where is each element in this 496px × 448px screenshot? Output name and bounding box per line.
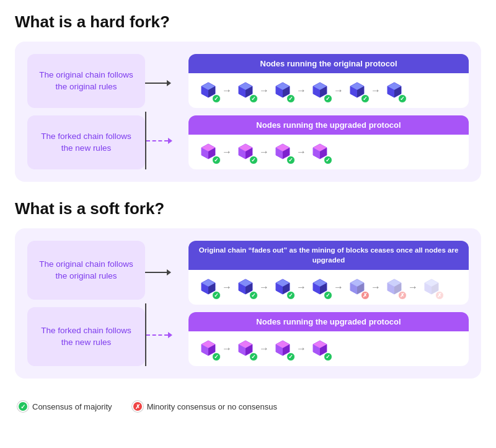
badge-green: ✓	[212, 291, 221, 300]
block: ✓	[309, 338, 331, 360]
badge-green: ✓	[286, 94, 295, 103]
arrow: →	[334, 282, 343, 293]
block: ✓	[272, 338, 294, 360]
badge-green: ✓	[286, 291, 295, 300]
arrow: →	[259, 343, 269, 354]
hard-fork-original-chain-blocks: ✓ → ✓ → ✓ → ✓	[188, 73, 469, 108]
block: ✓	[309, 141, 331, 163]
block: ✓	[234, 141, 257, 163]
block: ✓	[197, 141, 219, 163]
soft-fork-forked-chain: Nodes running the upgraded protocol ✓ → …	[188, 312, 469, 366]
legend-red-badge: ✗	[132, 401, 143, 412]
soft-fork-section: The original chain follows the original …	[15, 228, 481, 379]
hard-fork-diagram: The original chain follows the original …	[27, 54, 469, 169]
badge-green: ✓	[286, 156, 295, 164]
block: ✓	[309, 79, 331, 102]
arrow: →	[296, 343, 306, 354]
legend-green: ✓ Consensus of majority	[17, 401, 112, 412]
badge-red: ✗	[361, 291, 370, 300]
arrow: →	[296, 282, 306, 293]
block: ✓	[272, 79, 294, 102]
badge-green: ✓	[324, 94, 332, 103]
soft-fork-original-chain-blocks: ✓ → ✓ → ✓ → ✓	[188, 270, 469, 305]
block: ✓	[309, 276, 331, 298]
hard-fork-forked-chain: Nodes running the upgraded protocol ✓ → …	[188, 115, 469, 169]
badge-green: ✓	[249, 94, 258, 103]
soft-fork-title: What is a soft fork?	[15, 199, 481, 218]
legend-red: ✗ Minority consensus or no consensus	[132, 401, 277, 412]
block: ✓	[197, 338, 219, 360]
badge-green: ✓	[212, 94, 221, 103]
hard-fork-forked-label: The forked chain follows the new rules	[27, 115, 145, 169]
block: ✗	[383, 276, 405, 298]
badge-red: ✗	[398, 291, 407, 300]
block: ✓	[197, 276, 219, 298]
arrow: →	[259, 85, 269, 96]
hard-fork-chains: Nodes running the original protocol ✓ →	[188, 54, 469, 169]
arrow: →	[222, 85, 232, 96]
arrow: →	[222, 146, 232, 158]
block: ✓	[197, 79, 219, 102]
hard-fork-connector	[145, 54, 188, 169]
block: ✓	[346, 79, 368, 102]
badge-green: ✓	[324, 156, 332, 164]
arrow: →	[334, 85, 343, 96]
block: ✓	[272, 276, 294, 298]
soft-fork-forked-label: The forked chain follows the new rules	[27, 307, 145, 366]
block: ✗	[346, 276, 368, 298]
badge-green: ✓	[286, 352, 295, 361]
badge-red: ✗	[435, 291, 444, 300]
block: ✓	[234, 79, 257, 102]
block: ✓	[272, 141, 294, 163]
badge-green: ✓	[249, 156, 258, 164]
hard-fork-title: What is a hard fork?	[15, 12, 481, 32]
soft-fork-diagram: The original chain follows the original …	[27, 241, 469, 366]
block: ✓	[234, 276, 257, 298]
hard-fork-original-label: The original chain follows the original …	[27, 54, 145, 108]
soft-fork-connector	[145, 241, 188, 366]
badge-green: ✓	[212, 156, 221, 164]
soft-fork-forked-chain-blocks: ✓ → ✓ → ✓ → ✓	[188, 331, 469, 366]
hard-fork-original-chain: Nodes running the original protocol ✓ →	[188, 54, 469, 108]
badge-green: ✓	[324, 291, 332, 300]
arrow: →	[371, 85, 381, 96]
arrow: →	[296, 85, 306, 96]
hard-fork-forked-chain-header: Nodes running the upgraded protocol	[188, 115, 469, 135]
soft-fork-original-chain-header: Original chain “fades out” as the mining…	[188, 241, 469, 270]
hard-fork-section: The original chain follows the original …	[15, 42, 481, 182]
legend-green-badge: ✓	[17, 401, 29, 412]
block: ✓	[234, 338, 257, 360]
hard-fork-labels: The original chain follows the original …	[27, 54, 145, 169]
arrow: →	[371, 282, 381, 293]
arrow: →	[259, 282, 269, 293]
badge-green: ✓	[398, 94, 407, 103]
soft-fork-forked-chain-header: Nodes running the upgraded protocol	[188, 312, 469, 331]
soft-fork-chains: Original chain “fades out” as the mining…	[188, 241, 469, 366]
legend: ✓ Consensus of majority ✗ Minority conse…	[15, 396, 481, 412]
soft-fork-original-chain: Original chain “fades out” as the mining…	[188, 241, 469, 305]
badge-green: ✓	[249, 291, 258, 300]
hard-fork-original-chain-header: Nodes running the original protocol	[188, 54, 469, 73]
badge-green: ✓	[212, 352, 221, 361]
soft-fork-original-label: The original chain follows the original …	[27, 241, 145, 300]
soft-fork-labels: The original chain follows the original …	[27, 241, 145, 366]
arrow: →	[259, 146, 269, 158]
badge-green: ✓	[249, 352, 258, 361]
arrow: →	[296, 146, 306, 158]
badge-green: ✓	[324, 352, 332, 361]
block: ✓	[383, 79, 405, 102]
arrow: →	[222, 343, 232, 354]
legend-green-label: Consensus of majority	[32, 402, 112, 411]
legend-red-label: Minority consensus or no consensus	[147, 402, 277, 411]
hard-fork-forked-chain-blocks: ✓ → ✓ → ✓ → ✓	[188, 135, 469, 169]
arrow: →	[408, 282, 418, 293]
arrow: →	[222, 282, 232, 293]
badge-green: ✓	[361, 94, 370, 103]
block: ✗	[420, 276, 443, 298]
